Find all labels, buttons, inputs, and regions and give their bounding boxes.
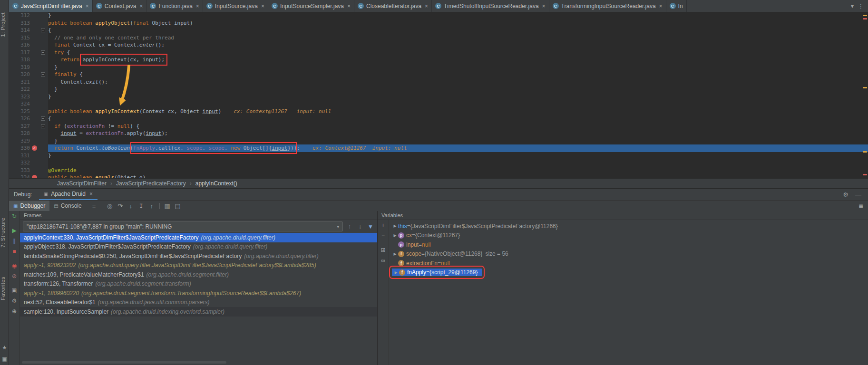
editor-tab[interactable]: CTransformingInputSourceReader.java× <box>549 0 666 12</box>
close-icon[interactable]: × <box>89 191 93 197</box>
settings-gear-icon[interactable]: ⚙ <box>12 298 17 304</box>
tool-button-project[interactable]: 1: Project <box>0 12 9 37</box>
breakpoint-icon[interactable]: ✓ <box>32 145 37 151</box>
hidden-tabs-icon[interactable]: ▾ <box>851 3 854 10</box>
stack-frame[interactable]: apply:-1, 920623202(org.apache.druid.que… <box>20 261 377 270</box>
show-execution-point-icon[interactable]: ◎ <box>105 202 115 210</box>
close-icon[interactable]: × <box>659 3 663 10</box>
variable-row[interactable]: fextractionFn = null <box>389 259 868 268</box>
breadcrumb-item-method[interactable]: applyInContext() <box>195 180 237 187</box>
filter-icon[interactable]: ▼ <box>367 223 374 230</box>
debug-session-tab[interactable]: ▣ Apache Druid × <box>39 189 98 200</box>
hide-icon[interactable]: — <box>855 191 861 198</box>
editor-tab[interactable]: CInputSourceSampler.java× <box>268 0 354 12</box>
editor-tab[interactable]: CJavaScriptDimFilter.java× <box>9 0 93 12</box>
restore-layout-icon[interactable]: ≡ <box>89 202 99 210</box>
breakpoint-column[interactable] <box>30 175 39 178</box>
fold-column[interactable]: − <box>39 50 47 55</box>
variable-row[interactable]: ▶pcx = {Context@11267} <box>389 231 868 240</box>
editor-tab[interactable]: CCloseableIterator.java× <box>354 0 432 12</box>
gutter: 333 <box>9 167 48 174</box>
breakpoint-column[interactable]: ✓ <box>30 145 39 151</box>
fold-column[interactable]: − <box>39 72 47 77</box>
next-frame-icon[interactable]: ↓ <box>356 223 364 230</box>
layout-grid-icon[interactable]: ▤ <box>173 202 183 210</box>
editor-tab[interactable]: CTimedShutoffInputSourceReader.java× <box>432 0 549 12</box>
rerun-icon[interactable]: ↻ <box>12 213 17 220</box>
stack-frame[interactable]: lambda$makeStringPredicate$0:250, JavaSc… <box>20 251 377 261</box>
expand-arrow-icon[interactable]: ▶ <box>392 233 398 238</box>
close-icon[interactable]: × <box>261 3 264 10</box>
thread-selector[interactable]: "qtp1821867471-108"@7,887 in group "main… <box>23 221 343 231</box>
fold-column[interactable]: − <box>39 28 47 32</box>
watches-icon[interactable]: ∞ <box>381 258 385 264</box>
fold-icon[interactable]: − <box>41 28 45 32</box>
variable-row[interactable]: ▶fscope = {NativeObject@11268}size = 56 <box>389 250 868 259</box>
stack-frame[interactable]: applyObject:318, JavaScriptDimFilter$Jav… <box>20 242 377 252</box>
editor-tab[interactable]: CContext.java× <box>93 0 147 12</box>
fold-column[interactable]: − <box>39 116 47 121</box>
settings-gear-icon[interactable]: ⚙ <box>843 191 848 198</box>
stack-frame[interactable]: sample:120, InputSourceSampler(org.apach… <box>20 307 377 317</box>
editor-tab[interactable]: CIn <box>666 0 687 12</box>
breadcrumb-item-class[interactable]: JavaScriptDimFilter <box>57 180 107 187</box>
resume-icon[interactable]: ▶ <box>12 228 16 234</box>
close-icon[interactable]: × <box>86 3 89 10</box>
stack-frame[interactable]: transform:126, Transformer(org.apache.dr… <box>20 279 377 289</box>
step-over-icon[interactable]: ↷ <box>115 202 126 210</box>
editor-tab[interactable]: CFunction.java× <box>146 0 203 12</box>
fold-icon[interactable]: − <box>41 124 45 128</box>
editor-options-icon[interactable]: ⋮ <box>858 3 864 10</box>
close-icon[interactable]: × <box>139 3 143 10</box>
close-icon[interactable]: × <box>196 3 199 10</box>
fold-icon[interactable]: − <box>41 72 45 77</box>
stop-icon[interactable]: ■ <box>12 249 16 255</box>
editor-tab[interactable]: CInputSource.java× <box>203 0 268 12</box>
horizontal-scrollbar[interactable] <box>22 361 226 364</box>
add-watch-icon[interactable]: + <box>381 222 385 229</box>
stack-frame[interactable]: apply:-1, 1809960220(org.apache.druid.se… <box>20 288 377 298</box>
tab-console[interactable]: ▤ Console <box>49 201 86 211</box>
pause-icon[interactable]: ∥ <box>13 238 16 244</box>
variables-panel: Variables +−⊞∞ ▶this = {JavaScriptDimFil… <box>378 211 868 365</box>
tab-label: InputSource.java <box>215 3 258 10</box>
view-as-grid-icon[interactable]: ▦ <box>162 202 173 210</box>
step-out-icon[interactable]: ↑ <box>146 202 157 210</box>
breadcrumb-item-inner[interactable]: JavaScriptPredicateFactory <box>116 180 186 187</box>
variable-row[interactable]: pinput = null <box>389 240 868 250</box>
view-breakpoints-icon[interactable]: ◉ <box>12 263 17 269</box>
stack-frame[interactable]: next:52, CloseableIterator$1(org.apache.… <box>20 298 377 307</box>
tab-debugger[interactable]: ▣ Debugger <box>9 201 49 211</box>
remove-watch-icon[interactable]: − <box>381 233 385 239</box>
code-editor[interactable]: 312}313public boolean applyObject(final … <box>9 12 868 178</box>
variable-row[interactable]: ▶ffnApply = {script_29@11269} <box>389 268 868 278</box>
tool-button-structure[interactable]: 7: Structure <box>0 218 9 248</box>
expand-arrow-icon[interactable]: ▶ <box>392 252 398 256</box>
stack-frame[interactable]: applyInContext:330, JavaScriptDimFilter$… <box>20 233 377 242</box>
close-icon[interactable]: × <box>425 3 428 10</box>
tool-button-favorites[interactable]: Favorites <box>0 277 9 300</box>
close-icon[interactable]: × <box>542 3 546 10</box>
star-icon[interactable]: ★ <box>2 345 7 351</box>
equals-sign: = <box>421 250 425 257</box>
breakpoint-icon[interactable] <box>32 175 37 178</box>
variable-row[interactable]: ▶this = {JavaScriptDimFilter$JavaScriptP… <box>389 221 868 231</box>
step-into-icon[interactable]: ↓ <box>126 202 136 210</box>
line-number: 326 <box>9 115 30 122</box>
copy-icon[interactable]: ⊞ <box>380 247 385 253</box>
close-icon[interactable]: × <box>347 3 351 10</box>
fold-icon[interactable]: − <box>41 116 45 121</box>
thread-dump-icon[interactable]: ▣ <box>11 288 17 294</box>
prev-frame-icon[interactable]: ↑ <box>346 223 353 230</box>
mute-breakpoints-icon[interactable]: ⊘ <box>12 273 17 279</box>
stack-frame[interactable]: matches:109, PredicateValueMatcherFactor… <box>20 270 377 279</box>
pin-icon[interactable]: ⊕ <box>12 308 17 315</box>
selected-variable[interactable]: ▶ffnApply = {script_29@11269} <box>392 269 482 276</box>
expand-arrow-icon[interactable]: ▶ <box>393 270 399 275</box>
windows-icon[interactable]: ▣ <box>2 356 7 362</box>
layout-options-icon[interactable]: ≣ <box>858 202 863 209</box>
expand-arrow-icon[interactable]: ▶ <box>392 224 398 228</box>
fold-icon[interactable]: − <box>41 50 45 55</box>
fold-column[interactable]: − <box>39 124 47 128</box>
force-step-into-icon[interactable]: ↧ <box>136 202 146 210</box>
